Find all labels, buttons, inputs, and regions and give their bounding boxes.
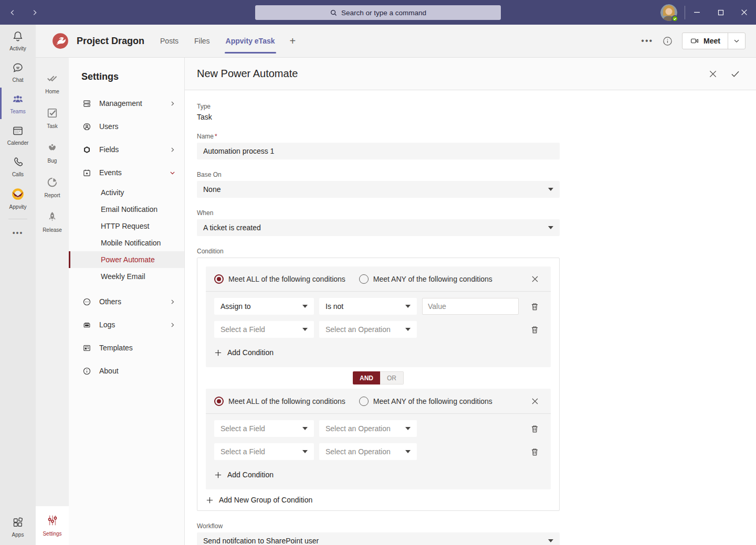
rail-item-appvity[interactable]: Appvity xyxy=(0,182,36,215)
field-dropdown[interactable]: Select a Field xyxy=(214,321,314,338)
type-value: Task xyxy=(197,113,560,121)
nav-logs[interactable]: Logs xyxy=(69,313,184,336)
meet-button[interactable]: Meet xyxy=(682,33,728,49)
nav-about[interactable]: About xyxy=(69,359,184,382)
module-home[interactable]: Home xyxy=(36,65,69,100)
tab-files[interactable]: Files xyxy=(193,25,211,58)
nav-templates[interactable]: Templates xyxy=(69,336,184,359)
events-icon xyxy=(82,168,91,177)
add-condition-button[interactable]: Add Condition xyxy=(214,344,274,362)
chat-icon xyxy=(12,61,24,76)
module-settings[interactable]: Settings xyxy=(36,506,69,545)
bug-icon xyxy=(46,141,59,156)
meet-all-radio[interactable]: Meet ALL of the following conditions xyxy=(214,274,345,284)
nav-events-http-request[interactable]: HTTP Request xyxy=(69,218,184,234)
condition-row: Select a Field Select an Operation xyxy=(214,443,539,460)
add-tab-icon[interactable]: + xyxy=(290,35,296,47)
avatar[interactable] xyxy=(660,4,677,21)
when-field: When A ticket is created xyxy=(197,209,560,236)
condition-row: Assign to Is not xyxy=(214,298,539,315)
workflow-dropdown[interactable]: Send notifcation to SharePoint user xyxy=(197,532,560,545)
rail-item-activity[interactable]: Activity xyxy=(0,25,36,56)
settings-title: Settings xyxy=(69,71,184,92)
delete-condition-button[interactable] xyxy=(530,424,539,433)
forward-icon[interactable] xyxy=(30,8,39,17)
meet-all-radio[interactable]: Meet ALL of the following conditions xyxy=(214,397,345,406)
task-icon xyxy=(46,106,59,121)
module-release[interactable]: Release xyxy=(36,204,69,239)
meet-any-radio[interactable]: Meet ANY of the following conditions xyxy=(359,397,492,406)
save-button[interactable] xyxy=(730,69,740,79)
meet-any-radio[interactable]: Meet ANY of the following conditions xyxy=(359,274,492,284)
chevron-right-icon xyxy=(169,146,176,153)
more-apps-icon[interactable]: ••• xyxy=(0,223,36,242)
more-options-icon[interactable]: ••• xyxy=(641,36,653,46)
back-icon[interactable] xyxy=(8,8,17,17)
module-task[interactable]: Task xyxy=(36,100,69,135)
operation-dropdown[interactable]: Select an Operation xyxy=(319,420,417,437)
teams-window: Search or type a command xyxy=(0,0,756,545)
rail-item-chat[interactable]: Chat xyxy=(0,56,36,88)
field-dropdown[interactable]: Assign to xyxy=(214,298,314,315)
condition-row: Select a Field Select an Operation xyxy=(214,321,539,338)
rail-divider xyxy=(8,219,27,219)
info-icon[interactable] xyxy=(663,36,673,46)
or-toggle-button[interactable]: OR xyxy=(380,371,404,384)
name-input[interactable] xyxy=(197,143,560,159)
maximize-button[interactable] xyxy=(709,0,732,25)
rail-item-teams[interactable]: Teams xyxy=(0,88,36,119)
module-bug[interactable]: Bug xyxy=(36,135,69,169)
minimize-button[interactable] xyxy=(685,0,709,25)
add-condition-button[interactable]: Add Condition xyxy=(214,466,274,484)
cancel-button[interactable] xyxy=(708,69,718,79)
and-toggle-button[interactable]: AND xyxy=(353,371,380,384)
nav-fields[interactable]: Fields xyxy=(69,138,184,161)
operation-dropdown[interactable]: Select an Operation xyxy=(319,321,417,338)
chevron-right-icon xyxy=(169,298,176,305)
field-dropdown[interactable]: Select a Field xyxy=(214,420,314,437)
nav-events-weekly-email[interactable]: Weekly Email xyxy=(69,268,184,285)
field-dropdown[interactable]: Select a Field xyxy=(214,443,314,460)
rail-item-calls[interactable]: Calls xyxy=(0,151,36,182)
nav-events-mobile-notification[interactable]: Mobile Notification xyxy=(69,234,184,251)
operation-dropdown[interactable]: Is not xyxy=(319,298,417,315)
nav-events-power-automate[interactable]: Power Automate xyxy=(69,251,184,268)
plus-icon xyxy=(214,471,222,479)
rail-item-calendar[interactable]: Calender xyxy=(0,119,36,151)
users-icon xyxy=(82,122,91,131)
when-label: When xyxy=(197,209,560,217)
tab-appvity-etask[interactable]: Appvity eTask xyxy=(225,25,276,58)
meet-dropdown-button[interactable] xyxy=(728,33,745,49)
remove-group-button[interactable] xyxy=(531,397,539,405)
base-on-dropdown[interactable]: None xyxy=(197,181,560,198)
remove-group-button[interactable] xyxy=(531,275,539,283)
radio-unselected-icon xyxy=(359,274,369,284)
delete-condition-button[interactable] xyxy=(530,447,539,456)
delete-condition-button[interactable] xyxy=(530,302,539,311)
value-input[interactable] xyxy=(422,298,519,315)
condition-box: Meet ALL of the following conditions Mee… xyxy=(197,258,560,511)
nav-users[interactable]: Users xyxy=(69,115,184,138)
nav-events[interactable]: Events xyxy=(69,161,184,184)
delete-condition-button[interactable] xyxy=(530,325,539,334)
nav-events-activity[interactable]: Activity xyxy=(69,184,184,201)
module-report[interactable]: Report xyxy=(36,169,69,204)
page-title: New Power Automate xyxy=(197,68,298,80)
release-icon xyxy=(46,210,59,225)
add-group-button[interactable]: Add New Group of Condition xyxy=(206,496,312,504)
name-label: Name xyxy=(197,133,214,140)
rail-item-apps[interactable]: Apps xyxy=(0,511,36,545)
nav-others[interactable]: Others xyxy=(69,290,184,313)
operation-dropdown[interactable]: Select an Operation xyxy=(319,443,417,460)
search-input[interactable]: Search or type a command xyxy=(255,5,501,20)
nav-management[interactable]: Management xyxy=(69,92,184,115)
dropdown-caret-icon xyxy=(548,188,553,191)
close-window-button[interactable] xyxy=(732,0,756,25)
condition-label: Condition xyxy=(197,248,560,255)
tab-posts[interactable]: Posts xyxy=(159,25,180,58)
radio-unselected-icon xyxy=(359,397,369,406)
name-field: Name* xyxy=(197,133,560,159)
nav-events-email-notification[interactable]: Email Notification xyxy=(69,201,184,218)
when-dropdown[interactable]: A ticket is created xyxy=(197,219,560,236)
templates-icon xyxy=(82,344,91,352)
